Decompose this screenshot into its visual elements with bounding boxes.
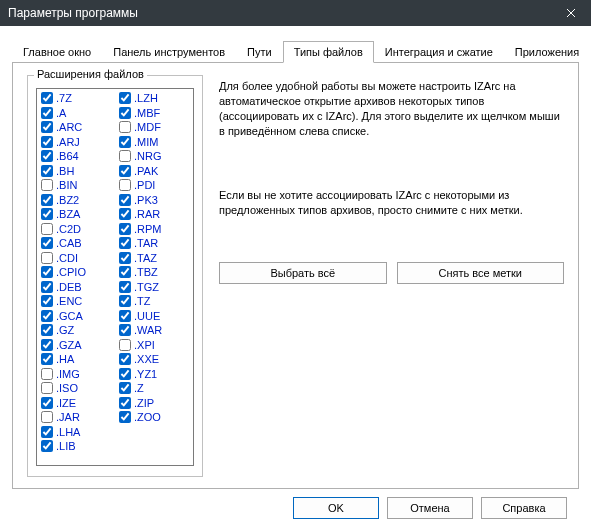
- extension-item[interactable]: .LZH: [117, 91, 194, 106]
- extension-item[interactable]: .MDF: [117, 120, 194, 135]
- extension-checkbox[interactable]: [41, 92, 53, 104]
- extension-checkbox[interactable]: [119, 339, 131, 351]
- extension-item[interactable]: .IMG: [39, 367, 117, 382]
- extension-checkbox[interactable]: [119, 237, 131, 249]
- extension-item[interactable]: .PK3: [117, 193, 194, 208]
- extension-item[interactable]: .MBF: [117, 106, 194, 121]
- extension-checkbox[interactable]: [119, 310, 131, 322]
- clear-all-button[interactable]: Снять все метки: [397, 262, 565, 284]
- extension-checkbox[interactable]: [41, 266, 53, 278]
- tab-applications[interactable]: Приложения: [504, 41, 590, 63]
- extension-item[interactable]: .MIM: [117, 135, 194, 150]
- extension-checkbox[interactable]: [119, 382, 131, 394]
- extension-checkbox[interactable]: [119, 92, 131, 104]
- select-all-button[interactable]: Выбрать всё: [219, 262, 387, 284]
- extension-item[interactable]: .7Z: [39, 91, 117, 106]
- extension-item[interactable]: .ZOO: [117, 410, 194, 425]
- extension-item[interactable]: .TZ: [117, 294, 194, 309]
- extension-checkbox[interactable]: [119, 136, 131, 148]
- extension-item[interactable]: .YZ1: [117, 367, 194, 382]
- extension-checkbox[interactable]: [119, 411, 131, 423]
- ok-button[interactable]: OK: [293, 497, 379, 519]
- extension-checkbox[interactable]: [119, 194, 131, 206]
- help-button[interactable]: Справка: [481, 497, 567, 519]
- extension-item[interactable]: .B64: [39, 149, 117, 164]
- extension-item[interactable]: .BIN: [39, 178, 117, 193]
- extension-checkbox[interactable]: [119, 121, 131, 133]
- extension-item[interactable]: .RAR: [117, 207, 194, 222]
- extension-checkbox[interactable]: [41, 136, 53, 148]
- extension-item[interactable]: .XPI: [117, 338, 194, 353]
- extension-checkbox[interactable]: [41, 382, 53, 394]
- extension-item[interactable]: .TBZ: [117, 265, 194, 280]
- extension-item[interactable]: .WAR: [117, 323, 194, 338]
- extension-checkbox[interactable]: [41, 310, 53, 322]
- extension-checkbox[interactable]: [119, 107, 131, 119]
- extension-item[interactable]: .LHA: [39, 425, 117, 440]
- extension-checkbox[interactable]: [41, 208, 53, 220]
- extension-item[interactable]: .BH: [39, 164, 117, 179]
- close-button[interactable]: [551, 0, 591, 26]
- extension-checkbox[interactable]: [41, 295, 53, 307]
- extension-item[interactable]: .Z: [117, 381, 194, 396]
- extension-checkbox[interactable]: [119, 368, 131, 380]
- extension-item[interactable]: .TGZ: [117, 280, 194, 295]
- extension-item[interactable]: .XXE: [117, 352, 194, 367]
- extension-item[interactable]: .CDI: [39, 251, 117, 266]
- extension-item[interactable]: .ENC: [39, 294, 117, 309]
- extension-checkbox[interactable]: [119, 208, 131, 220]
- extension-checkbox[interactable]: [119, 150, 131, 162]
- extension-item[interactable]: .ARJ: [39, 135, 117, 150]
- extension-item[interactable]: .ISO: [39, 381, 117, 396]
- extension-checkbox[interactable]: [119, 165, 131, 177]
- extension-item[interactable]: .UUE: [117, 309, 194, 324]
- extension-item[interactable]: .C2D: [39, 222, 117, 237]
- extension-item[interactable]: .JAR: [39, 410, 117, 425]
- extension-checkbox[interactable]: [41, 179, 53, 191]
- tab-integration[interactable]: Интеграция и сжатие: [374, 41, 504, 63]
- extension-checkbox[interactable]: [119, 252, 131, 264]
- tab-toolbar[interactable]: Панель инструментов: [102, 41, 236, 63]
- tab-main-window[interactable]: Главное окно: [12, 41, 102, 63]
- tab-file-types[interactable]: Типы файлов: [283, 41, 374, 63]
- extension-checkbox[interactable]: [41, 368, 53, 380]
- tab-paths[interactable]: Пути: [236, 41, 283, 63]
- extension-checkbox[interactable]: [41, 237, 53, 249]
- extension-checkbox[interactable]: [41, 150, 53, 162]
- extension-item[interactable]: .CAB: [39, 236, 117, 251]
- extension-checkbox[interactable]: [41, 194, 53, 206]
- extension-checkbox[interactable]: [119, 397, 131, 409]
- extension-checkbox[interactable]: [119, 295, 131, 307]
- extension-checkbox[interactable]: [119, 324, 131, 336]
- extension-checkbox[interactable]: [41, 121, 53, 133]
- extension-checkbox[interactable]: [41, 426, 53, 438]
- extension-checkbox[interactable]: [41, 397, 53, 409]
- extension-checkbox[interactable]: [119, 179, 131, 191]
- extension-item[interactable]: .ARC: [39, 120, 117, 135]
- extension-item[interactable]: .IZE: [39, 396, 117, 411]
- extension-checkbox[interactable]: [41, 252, 53, 264]
- extension-item[interactable]: .A: [39, 106, 117, 121]
- extension-item[interactable]: .PAK: [117, 164, 194, 179]
- cancel-button[interactable]: Отмена: [387, 497, 473, 519]
- extension-checkbox[interactable]: [41, 440, 53, 452]
- extension-item[interactable]: .BZA: [39, 207, 117, 222]
- extension-item[interactable]: .ZIP: [117, 396, 194, 411]
- extension-item[interactable]: .GZ: [39, 323, 117, 338]
- extension-item[interactable]: .RPM: [117, 222, 194, 237]
- extension-item[interactable]: .GZA: [39, 338, 117, 353]
- extension-item[interactable]: .PDI: [117, 178, 194, 193]
- extension-checkbox[interactable]: [41, 411, 53, 423]
- extension-checkbox[interactable]: [41, 339, 53, 351]
- extension-checkbox[interactable]: [119, 223, 131, 235]
- extension-checkbox[interactable]: [41, 107, 53, 119]
- extension-item[interactable]: .LIB: [39, 439, 117, 454]
- extension-item[interactable]: .CPIO: [39, 265, 117, 280]
- extension-checkbox[interactable]: [41, 353, 53, 365]
- extension-item[interactable]: .HA: [39, 352, 117, 367]
- extension-item[interactable]: .DEB: [39, 280, 117, 295]
- extension-checkbox[interactable]: [41, 223, 53, 235]
- extension-item[interactable]: .TAZ: [117, 251, 194, 266]
- extension-checkbox[interactable]: [41, 324, 53, 336]
- extension-checkbox[interactable]: [41, 281, 53, 293]
